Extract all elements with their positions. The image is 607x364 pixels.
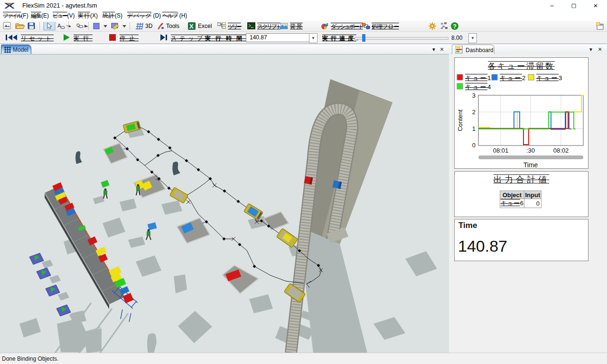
svg-text:Content: Content [457,109,464,131]
svg-text:3: 3 [472,92,476,99]
svg-text::30: :30 [526,147,535,154]
svg-text:1: 1 [472,125,476,132]
svg-text:08:02: 08:02 [553,147,569,154]
svg-text:X: X [189,23,194,30]
svg-text:?: ? [453,23,457,30]
svg-text:2: 2 [472,109,476,116]
svg-text:Time: Time [523,161,538,168]
svg-text:0: 0 [472,142,476,149]
svg-text:08:01: 08:01 [493,147,509,154]
